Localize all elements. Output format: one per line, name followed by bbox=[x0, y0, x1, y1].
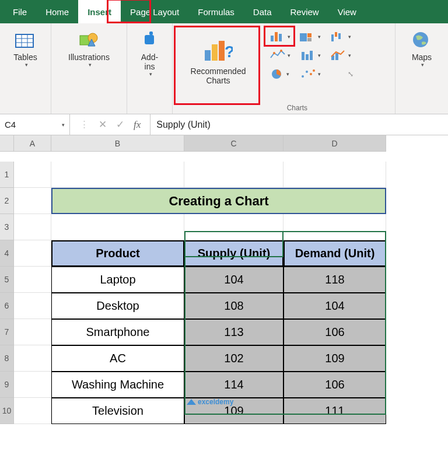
svg-rect-20 bbox=[331, 34, 334, 41]
formula-bar-value: Supply (Unit) bbox=[156, 120, 210, 130]
svg-rect-10 bbox=[205, 50, 211, 61]
svg-rect-27 bbox=[310, 51, 313, 60]
enter-icon[interactable]: ✓ bbox=[116, 118, 124, 131]
svg-point-24 bbox=[280, 50, 282, 52]
globe-icon bbox=[408, 29, 436, 50]
illustrations-button[interactable]: Illustrations ▾ bbox=[65, 27, 113, 70]
table-cell[interactable]: Desktop bbox=[51, 293, 184, 319]
table-cell[interactable]: 106 bbox=[284, 319, 386, 345]
table-cell[interactable]: 118 bbox=[284, 267, 386, 293]
table-cell[interactable]: AC bbox=[51, 345, 184, 372]
formula-bar-icons: ⋮ ✕ ✓ fx bbox=[70, 118, 150, 131]
svg-point-35 bbox=[413, 32, 428, 47]
table-cell[interactable]: Laptop bbox=[51, 267, 184, 293]
table-header-supply[interactable]: Supply (Unit) bbox=[184, 240, 284, 267]
col-header-b[interactable]: B bbox=[51, 135, 184, 152]
svg-rect-21 bbox=[335, 32, 337, 37]
row-header[interactable]: 7 bbox=[0, 319, 14, 345]
table-cell[interactable]: 114 bbox=[184, 372, 284, 398]
svg-rect-17 bbox=[300, 33, 307, 41]
tab-file[interactable]: File bbox=[4, 0, 36, 23]
row-header[interactable]: 4 bbox=[0, 240, 14, 267]
col-header-a[interactable]: A bbox=[14, 135, 51, 152]
ribbon: Tables ▾ Illustrations ▾ Add- ins ▾ ? Re… bbox=[0, 23, 448, 114]
tables-label: Tables bbox=[13, 52, 37, 62]
name-box-value: C4 bbox=[5, 120, 16, 130]
scatter-chart-button[interactable]: ▾ bbox=[298, 66, 323, 82]
table-cell[interactable]: 113 bbox=[184, 319, 284, 345]
row-header[interactable]: 3 bbox=[0, 214, 14, 240]
table-cell[interactable]: Smartphone bbox=[51, 319, 184, 345]
chevron-down-icon: ▾ bbox=[421, 62, 424, 68]
ribbon-tabbar: File Home Insert Page Layout Formulas Da… bbox=[0, 0, 448, 23]
select-all-corner[interactable] bbox=[0, 135, 14, 152]
formula-bar[interactable]: Supply (Unit) bbox=[150, 114, 448, 135]
row-header[interactable]: 5 bbox=[0, 267, 14, 293]
row-header[interactable]: 6 bbox=[0, 293, 14, 319]
recommended-charts-label: Recommended Charts bbox=[191, 66, 246, 85]
row-header[interactable]: 10 bbox=[0, 398, 14, 424]
table-cell[interactable]: 102 bbox=[184, 345, 284, 372]
line-chart-button[interactable]: ▾ bbox=[267, 48, 293, 63]
name-box[interactable]: C4 ▾ bbox=[0, 114, 70, 135]
spreadsheet-grid[interactable]: A B C D 1 2 Creating a Chart 3 4 Product… bbox=[0, 135, 448, 424]
table-cell[interactable]: 106 bbox=[284, 372, 386, 398]
maps-button[interactable]: Maps ▾ bbox=[404, 27, 439, 70]
table-cell[interactable]: 104 bbox=[284, 293, 386, 319]
svg-point-32 bbox=[306, 71, 308, 73]
svg-rect-14 bbox=[271, 36, 274, 41]
hierarchy-chart-button[interactable]: ▾ bbox=[298, 29, 323, 44]
row-header[interactable]: 1 bbox=[0, 162, 14, 188]
shapes-icon bbox=[75, 29, 103, 50]
svg-rect-9 bbox=[149, 32, 153, 35]
tab-view[interactable]: View bbox=[328, 0, 366, 23]
row-header[interactable]: 8 bbox=[0, 345, 14, 372]
table-header-product[interactable]: Product bbox=[51, 240, 184, 267]
waterfall-chart-button[interactable]: ▾ bbox=[328, 29, 354, 44]
tab-home[interactable]: Home bbox=[36, 0, 78, 23]
svg-point-34 bbox=[313, 69, 315, 72]
table-header-demand[interactable]: Demand (Unit) bbox=[284, 240, 386, 267]
row-header[interactable]: 2 bbox=[0, 188, 14, 214]
tab-formulas[interactable]: Formulas bbox=[188, 0, 244, 23]
tab-data[interactable]: Data bbox=[244, 0, 281, 23]
tables-button[interactable]: Tables ▾ bbox=[8, 27, 43, 70]
addins-icon bbox=[136, 29, 164, 50]
chevron-down-icon: ▾ bbox=[89, 62, 92, 68]
table-cell[interactable]: Washing Machine bbox=[51, 372, 184, 398]
table-cell[interactable]: 104 bbox=[184, 267, 284, 293]
fx-icon[interactable]: fx bbox=[134, 119, 141, 131]
col-header-c[interactable]: C bbox=[184, 135, 284, 152]
table-cell[interactable]: 109 bbox=[284, 345, 386, 372]
addins-label: Add- ins bbox=[141, 52, 159, 71]
sheet-title[interactable]: Creating a Chart bbox=[51, 188, 386, 214]
illustrations-label: Illustrations bbox=[68, 52, 110, 62]
tab-insert[interactable]: Insert bbox=[78, 0, 121, 23]
svg-rect-12 bbox=[219, 41, 225, 61]
svg-rect-11 bbox=[212, 44, 218, 61]
maps-label: Maps bbox=[412, 52, 432, 62]
table-cell[interactable]: 108 bbox=[184, 293, 284, 319]
charts-dialog-launcher[interactable]: ⤡ bbox=[328, 66, 354, 82]
tab-review[interactable]: Review bbox=[281, 0, 328, 23]
chevron-down-icon: ▾ bbox=[149, 71, 152, 77]
cancel-icon[interactable]: ✕ bbox=[99, 118, 107, 131]
recommended-charts-button[interactable]: ? Recommended Charts bbox=[176, 27, 260, 97]
tab-page-layout[interactable]: Page Layout bbox=[121, 0, 188, 23]
svg-rect-25 bbox=[302, 52, 304, 60]
statistic-chart-button[interactable]: ▾ bbox=[298, 48, 323, 63]
table-cell[interactable]: Television bbox=[51, 398, 184, 424]
expand-icon[interactable]: ⋮ bbox=[79, 118, 89, 131]
combo-chart-button[interactable]: ▾ bbox=[328, 48, 354, 63]
watermark: exceldemy bbox=[187, 398, 233, 406]
row-header[interactable]: 9 bbox=[0, 372, 14, 398]
addins-button[interactable]: Add- ins ▾ bbox=[132, 27, 167, 79]
svg-rect-0 bbox=[16, 34, 33, 47]
svg-point-33 bbox=[310, 73, 312, 75]
col-header-d[interactable]: D bbox=[284, 135, 386, 152]
svg-text:?: ? bbox=[225, 43, 233, 61]
svg-rect-22 bbox=[338, 33, 341, 39]
table-cell[interactable]: 111 bbox=[284, 398, 386, 424]
pie-chart-button[interactable]: ▾ bbox=[267, 66, 293, 82]
column-chart-button[interactable]: ▾ bbox=[267, 29, 293, 44]
